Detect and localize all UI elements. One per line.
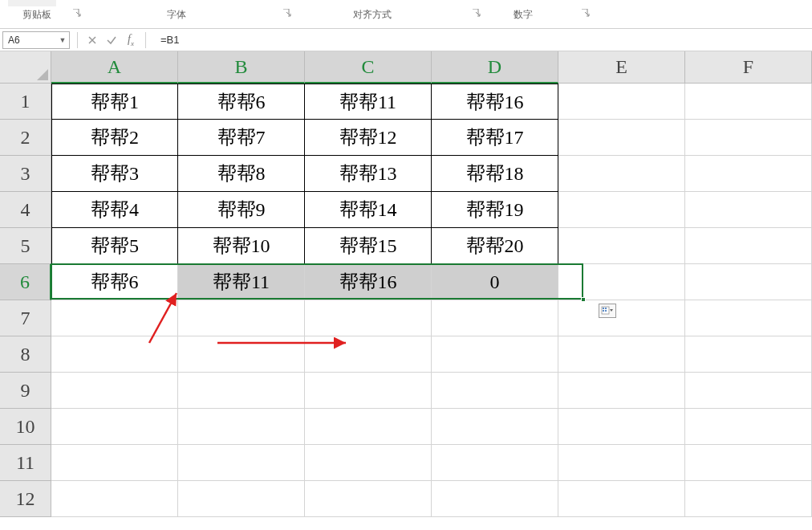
cell-D1[interactable]: 帮帮16 — [432, 84, 558, 120]
cell-A10[interactable] — [51, 409, 178, 445]
cell-C7[interactable] — [305, 300, 432, 336]
cell-A3[interactable]: 帮帮3 — [51, 156, 178, 192]
row-header-9[interactable]: 9 — [0, 373, 51, 409]
alignment-dialog-launcher-icon[interactable] — [472, 8, 481, 18]
select-all-corner[interactable] — [0, 51, 51, 84]
row-header-6[interactable]: 6 — [0, 264, 51, 300]
cell-C6[interactable]: 帮帮16 — [305, 264, 432, 300]
cell-F10[interactable] — [685, 409, 812, 445]
formula-enter-icon[interactable] — [102, 31, 121, 49]
cell-B7[interactable] — [178, 300, 305, 336]
cell-D2[interactable]: 帮帮17 — [432, 120, 558, 156]
row-header-4[interactable]: 4 — [0, 192, 51, 228]
col-header-B[interactable]: B — [178, 51, 305, 84]
cell-B4[interactable]: 帮帮9 — [178, 192, 305, 228]
cell-B9[interactable] — [178, 373, 305, 409]
cell-E8[interactable] — [558, 336, 685, 373]
cell-C11[interactable] — [305, 445, 432, 481]
cell-F5[interactable] — [685, 228, 812, 264]
col-header-D[interactable]: D — [432, 51, 558, 84]
cell-B5[interactable]: 帮帮10 — [178, 228, 305, 264]
cell-A5[interactable]: 帮帮5 — [51, 228, 178, 264]
cell-A2[interactable]: 帮帮2 — [51, 120, 178, 156]
cell-A6[interactable]: 帮帮6 — [51, 264, 178, 300]
cell-E2[interactable] — [558, 120, 685, 156]
cell-F11[interactable] — [685, 445, 812, 481]
cell-E1[interactable] — [558, 84, 685, 120]
cell-A9[interactable] — [51, 373, 178, 409]
cell-D6[interactable]: 0 — [432, 264, 558, 300]
cells-area[interactable]: 帮帮1帮帮6帮帮11帮帮16帮帮2帮帮7帮帮12帮帮17帮帮3帮帮8帮帮13帮帮… — [51, 84, 812, 530]
cell-D9[interactable] — [432, 373, 558, 409]
cell-E9[interactable] — [558, 373, 685, 409]
clipboard-dialog-launcher-icon[interactable] — [72, 8, 82, 18]
cell-F2[interactable] — [685, 120, 812, 156]
row-header-7[interactable]: 7 — [0, 300, 51, 336]
cell-E4[interactable] — [558, 192, 685, 228]
cell-D10[interactable] — [432, 409, 558, 445]
cell-C2[interactable]: 帮帮12 — [305, 120, 432, 156]
cell-A1[interactable]: 帮帮1 — [51, 84, 178, 120]
cell-A11[interactable] — [51, 445, 178, 481]
col-header-F[interactable]: F — [685, 51, 812, 84]
cell-B3[interactable]: 帮帮8 — [178, 156, 305, 192]
row-header-11[interactable]: 11 — [0, 445, 51, 481]
row-header-10[interactable]: 10 — [0, 409, 51, 445]
cell-E6[interactable] — [558, 264, 685, 300]
cell-C3[interactable]: 帮帮13 — [305, 156, 432, 192]
cell-C4[interactable]: 帮帮14 — [305, 192, 432, 228]
cell-C12[interactable] — [305, 481, 432, 517]
cell-E11[interactable] — [558, 445, 685, 481]
row-header-5[interactable]: 5 — [0, 228, 51, 264]
cell-F9[interactable] — [685, 373, 812, 409]
cell-F4[interactable] — [685, 192, 812, 228]
auto-fill-options-icon[interactable] — [599, 304, 616, 318]
row-header-8[interactable]: 8 — [0, 336, 51, 373]
insert-function-icon[interactable]: fx — [121, 31, 140, 49]
col-header-C[interactable]: C — [305, 51, 432, 84]
cell-F8[interactable] — [685, 336, 812, 373]
name-box-dropdown-icon[interactable]: ▼ — [56, 36, 69, 44]
cell-E5[interactable] — [558, 228, 685, 264]
cell-B12[interactable] — [178, 481, 305, 517]
cell-E7[interactable] — [558, 300, 685, 336]
cell-B10[interactable] — [178, 409, 305, 445]
cell-D8[interactable] — [432, 336, 558, 373]
cell-C5[interactable]: 帮帮15 — [305, 228, 432, 264]
col-header-A[interactable]: A — [51, 51, 178, 84]
cell-B2[interactable]: 帮帮7 — [178, 120, 305, 156]
cell-D11[interactable] — [432, 445, 558, 481]
cell-A4[interactable]: 帮帮4 — [51, 192, 178, 228]
cell-D12[interactable] — [432, 481, 558, 517]
col-header-E[interactable]: E — [558, 51, 685, 84]
font-dialog-launcher-icon[interactable] — [282, 8, 292, 18]
cell-B1[interactable]: 帮帮6 — [178, 84, 305, 120]
cell-D4[interactable]: 帮帮19 — [432, 192, 558, 228]
formula-cancel-icon[interactable] — [83, 31, 102, 49]
row-header-3[interactable]: 3 — [0, 156, 51, 192]
cell-A12[interactable] — [51, 481, 178, 517]
cell-B11[interactable] — [178, 445, 305, 481]
cell-C9[interactable] — [305, 373, 432, 409]
cell-D3[interactable]: 帮帮18 — [432, 156, 558, 192]
cell-B8[interactable] — [178, 336, 305, 373]
cell-C1[interactable]: 帮帮11 — [305, 84, 432, 120]
cell-A8[interactable] — [51, 336, 178, 373]
row-header-12[interactable]: 12 — [0, 481, 51, 517]
name-box[interactable]: A6 ▼ — [2, 31, 70, 49]
row-header-2[interactable]: 2 — [0, 120, 51, 156]
row-header-1[interactable]: 1 — [0, 84, 51, 120]
cell-E10[interactable] — [558, 409, 685, 445]
cell-C8[interactable] — [305, 336, 432, 373]
cell-E3[interactable] — [558, 156, 685, 192]
cell-F6[interactable] — [685, 264, 812, 300]
formula-text[interactable]: =B1 — [160, 34, 180, 46]
cell-E12[interactable] — [558, 481, 685, 517]
number-dialog-launcher-icon[interactable] — [581, 8, 591, 18]
cell-F3[interactable] — [685, 156, 812, 192]
cell-D5[interactable]: 帮帮20 — [432, 228, 558, 264]
cell-D7[interactable] — [432, 300, 558, 336]
cell-A7[interactable] — [51, 300, 178, 336]
cell-F7[interactable] — [685, 300, 812, 336]
cell-C10[interactable] — [305, 409, 432, 445]
